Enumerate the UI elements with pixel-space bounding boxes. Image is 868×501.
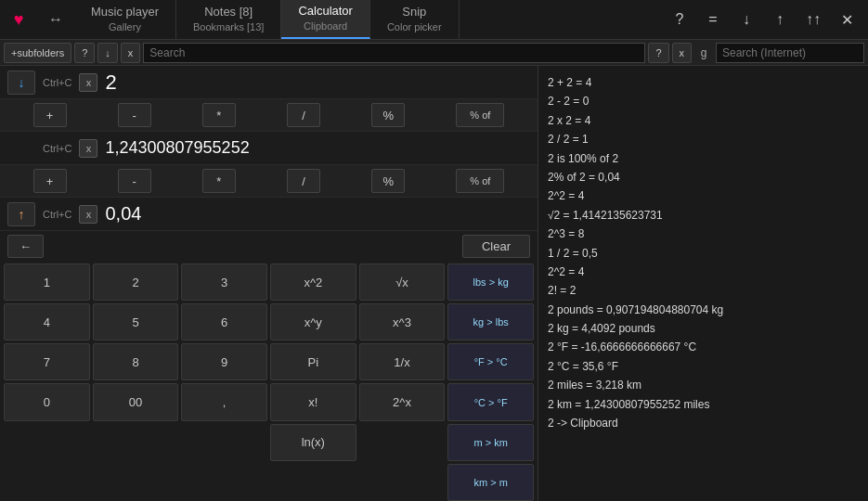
op-percent-2[interactable]: % bbox=[371, 169, 405, 193]
result-line-4: 2 is 100% of 2 bbox=[548, 149, 859, 168]
key-3[interactable]: 3 bbox=[181, 263, 267, 301]
clear-button[interactable]: Clear bbox=[462, 235, 530, 258]
backspace-button[interactable]: ← bbox=[7, 235, 44, 258]
op-multiply-1[interactable]: * bbox=[202, 103, 236, 127]
clear-row-3[interactable]: x bbox=[79, 205, 97, 224]
tab-snip[interactable]: Snip Color picker bbox=[370, 0, 460, 39]
key-lbs-kg[interactable]: lbs > kg bbox=[447, 263, 534, 301]
result-line-3: 2 / 2 = 1 bbox=[548, 130, 859, 148]
top-nav: ♥ ↔ Music player Gallery Notes [8] Bookm… bbox=[0, 0, 868, 40]
tab-calculator[interactable]: Calculator Clipboard bbox=[281, 0, 370, 39]
key-xsquare[interactable]: x^2 bbox=[270, 263, 356, 301]
key-8[interactable]: 8 bbox=[93, 343, 179, 380]
key-9[interactable]: 9 bbox=[181, 343, 267, 380]
key-sqrt[interactable]: √x bbox=[359, 263, 446, 301]
toolbar-down-button[interactable]: ↓ bbox=[97, 43, 118, 63]
tab-music-player[interactable]: Music player Gallery bbox=[74, 0, 176, 39]
toolbar-right: ? x g bbox=[648, 43, 864, 63]
result-value-3: 0,04 bbox=[105, 203, 530, 225]
result-line-8: 2^3 = 8 bbox=[548, 225, 859, 243]
result-row-2: Ctrl+C x 1,24300807955252 bbox=[0, 132, 538, 165]
key-5[interactable]: 5 bbox=[93, 303, 179, 340]
op-multiply-2[interactable]: * bbox=[202, 169, 236, 193]
result-line-6: 2^2 = 4 bbox=[548, 186, 859, 205]
op-percentof-2[interactable]: % of bbox=[456, 169, 504, 193]
op-plus-2[interactable]: + bbox=[33, 169, 67, 193]
op-percentof-1[interactable]: % of bbox=[456, 103, 504, 127]
key-1[interactable]: 1 bbox=[4, 263, 90, 301]
nav-right-buttons: ? = ↓ ↑ ↑↑ ✕ bbox=[658, 0, 868, 39]
keypad-grid: 1 2 3 x^2 √x lbs > kg 4 5 6 x^y x^3 kg >… bbox=[0, 263, 538, 501]
ctrl-c-2: Ctrl+C bbox=[43, 143, 71, 154]
result-value-1: 2 bbox=[105, 71, 530, 95]
key-empty-6 bbox=[93, 464, 179, 501]
results-panel: 2 + 2 = 42 - 2 = 02 x 2 = 42 / 2 = 12 is… bbox=[538, 66, 868, 501]
key-pi[interactable]: Pi bbox=[270, 343, 356, 380]
key-4[interactable]: 4 bbox=[4, 303, 90, 340]
key-xpowy[interactable]: x^y bbox=[270, 303, 356, 340]
key-m-to-km[interactable]: m > km bbox=[447, 424, 534, 461]
op-minus-2[interactable]: - bbox=[118, 169, 151, 193]
equals-icon-button[interactable]: = bbox=[699, 6, 727, 33]
op-percent-1[interactable]: % bbox=[371, 103, 405, 127]
sort-down-icon-button[interactable]: ↓ bbox=[732, 6, 760, 33]
key-factorial[interactable]: x! bbox=[270, 383, 356, 420]
key-empty-2 bbox=[93, 424, 179, 461]
question-icon-button[interactable]: ? bbox=[666, 6, 693, 33]
toolbar: +subfolders ? ↓ x ? x g bbox=[0, 40, 868, 66]
key-empty-1 bbox=[4, 424, 90, 461]
toolbar-x-button[interactable]: x bbox=[121, 43, 141, 63]
key-km-to-m[interactable]: km > m bbox=[447, 464, 534, 501]
key-7[interactable]: 7 bbox=[4, 343, 90, 380]
op-plus-1[interactable]: + bbox=[33, 103, 67, 127]
result-row-1: ↓ Ctrl+C x 2 bbox=[0, 66, 538, 99]
key-comma[interactable]: , bbox=[181, 383, 267, 420]
heart-button[interactable]: ♥ bbox=[0, 0, 37, 39]
result-row-3: ↑ Ctrl+C x 0,04 bbox=[0, 198, 538, 231]
key-2powx[interactable]: 2^x bbox=[359, 383, 446, 420]
search-input[interactable] bbox=[143, 43, 645, 63]
toolbar-q-button[interactable]: ? bbox=[74, 43, 95, 63]
close-icon-button[interactable]: ✕ bbox=[833, 6, 861, 33]
toolbar-search2-x-button[interactable]: x bbox=[672, 43, 693, 63]
internet-search-input[interactable] bbox=[716, 43, 864, 63]
result-line-1: 2 - 2 = 0 bbox=[548, 92, 859, 110]
result-line-13: 2 kg = 4,4092 pounds bbox=[548, 319, 859, 338]
back-forward-button[interactable]: ↔ bbox=[37, 0, 74, 39]
toolbar-search2-q-button[interactable]: ? bbox=[648, 43, 668, 63]
sort-up-icon-button[interactable]: ↑ bbox=[766, 6, 794, 33]
op-minus-1[interactable]: - bbox=[118, 103, 151, 127]
up-arrow-3[interactable]: ↑ bbox=[7, 202, 35, 226]
ctrl-c-1: Ctrl+C bbox=[43, 77, 71, 88]
key-0[interactable]: 0 bbox=[4, 383, 90, 420]
tab-bookmarks-label: Bookmarks [13] bbox=[193, 20, 264, 34]
key-6[interactable]: 6 bbox=[181, 303, 267, 340]
result-line-10: 2^2 = 4 bbox=[548, 263, 859, 281]
tab-notes[interactable]: Notes [8] Bookmarks [13] bbox=[176, 0, 281, 39]
result-line-7: √2 = 1,4142135623731 bbox=[548, 206, 859, 225]
key-c-to-f[interactable]: °C > °F bbox=[447, 383, 534, 420]
main-area: ↓ Ctrl+C x 2 + - * / % % of Ctrl+C x 1,2… bbox=[0, 66, 868, 501]
key-00[interactable]: 00 bbox=[93, 383, 179, 420]
key-empty-5 bbox=[4, 464, 90, 501]
key-xcube[interactable]: x^3 bbox=[359, 303, 446, 340]
clear-row-1[interactable]: x bbox=[79, 73, 97, 92]
key-ln[interactable]: ln(x) bbox=[270, 424, 356, 461]
ctrl-c-3: Ctrl+C bbox=[43, 209, 71, 220]
tab-music-player-label: Music player bbox=[91, 4, 159, 20]
down-arrow-1[interactable]: ↓ bbox=[7, 71, 35, 95]
key-2[interactable]: 2 bbox=[93, 263, 179, 301]
result-line-11: 2! = 2 bbox=[548, 281, 859, 300]
key-f-to-c[interactable]: °F > °C bbox=[447, 343, 534, 380]
key-kg-lbs[interactable]: kg > lbs bbox=[447, 303, 534, 340]
key-reciprocal[interactable]: 1/x bbox=[359, 343, 446, 380]
tab-calculator-label: Calculator bbox=[298, 3, 353, 19]
key-empty-8 bbox=[270, 464, 356, 501]
result-line-9: 1 / 2 = 0,5 bbox=[548, 244, 859, 263]
op-divide-2[interactable]: / bbox=[287, 169, 320, 193]
sort-up2-icon-button[interactable]: ↑↑ bbox=[799, 6, 827, 33]
op-divide-1[interactable]: / bbox=[287, 103, 320, 127]
clear-row-2[interactable]: x bbox=[79, 139, 97, 158]
tab-gallery-label: Gallery bbox=[109, 20, 141, 34]
subfolders-button[interactable]: +subfolders bbox=[4, 43, 71, 63]
